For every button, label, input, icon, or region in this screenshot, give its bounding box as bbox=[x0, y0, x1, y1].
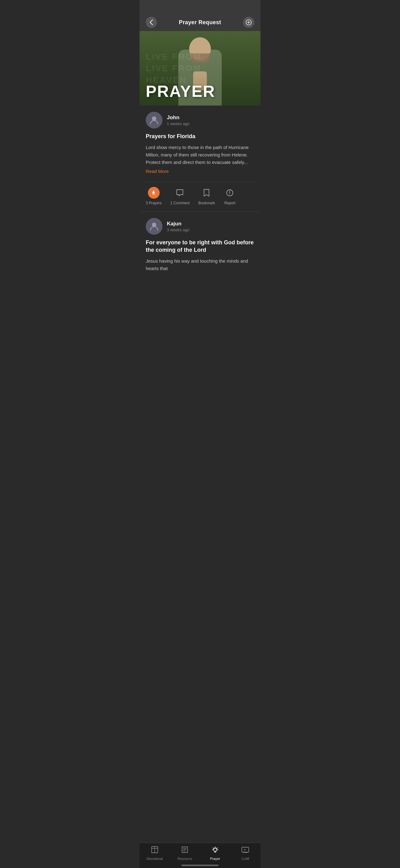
hero-label: PRAYER bbox=[146, 82, 215, 101]
svg-point-3 bbox=[229, 194, 230, 195]
add-prayer-button[interactable] bbox=[243, 17, 254, 28]
bottom-nav: Devotional Resource Prayer bbox=[139, 843, 261, 868]
post-title-2: For everyone to be right with God before… bbox=[146, 239, 254, 254]
bookmark-action[interactable]: Bookmark bbox=[198, 187, 215, 205]
nav-label-resource: Resource bbox=[178, 857, 192, 861]
nav-label-llim: LLIM bbox=[241, 857, 249, 861]
post-time-2: 3 weeks ago bbox=[167, 227, 190, 232]
bookmark-label: Bookmark bbox=[198, 201, 215, 205]
back-button[interactable] bbox=[146, 17, 157, 28]
prayer-nav-icon bbox=[211, 846, 219, 856]
comment-count: 1 Comment bbox=[170, 201, 190, 205]
report-action[interactable]: Report bbox=[224, 187, 236, 205]
home-indicator bbox=[181, 865, 219, 866]
author-name-1: John bbox=[167, 115, 190, 121]
nav-label-devotional: Devotional bbox=[147, 857, 163, 861]
devotional-icon bbox=[151, 846, 159, 856]
nav-item-prayer[interactable]: Prayer bbox=[204, 846, 226, 861]
post-card-2: Kajun 3 weeks ago For everyone to be rig… bbox=[139, 212, 261, 272]
nav-item-llim[interactable]: LLIM bbox=[234, 846, 256, 861]
comment-action[interactable]: 1 Comment bbox=[170, 187, 190, 205]
post-title-1: Prayers for Florida bbox=[146, 133, 254, 140]
header: Prayer Request bbox=[139, 14, 261, 31]
author-name-2: Kajun bbox=[167, 221, 190, 227]
status-bar bbox=[139, 0, 261, 14]
hero-image: LIVE FROM LIVE FROM HEAVEN PRAYER bbox=[139, 31, 261, 105]
prayer-count: 3 Prayers bbox=[146, 201, 162, 205]
nav-item-resource[interactable]: Resource bbox=[174, 846, 196, 861]
avatar-2 bbox=[146, 218, 163, 235]
prayer-action[interactable]: 3 Prayers bbox=[146, 187, 162, 205]
nav-item-devotional[interactable]: Devotional bbox=[144, 846, 166, 861]
post-card-1: John 1 weeks ago Prayers for Florida Lor… bbox=[139, 105, 261, 212]
report-label: Report bbox=[224, 201, 235, 205]
resource-icon bbox=[181, 846, 189, 856]
post-time-1: 1 weeks ago bbox=[167, 121, 190, 126]
post-body-2: Jesus having his way and touching the mi… bbox=[146, 257, 254, 272]
action-bar-1: 3 Prayers 1 Comment bbox=[146, 181, 254, 211]
avatar-1 bbox=[146, 112, 163, 128]
llim-icon bbox=[241, 846, 249, 856]
nav-label-prayer: Prayer bbox=[210, 857, 220, 861]
post-body-1: Lord show mercy to those in the path of … bbox=[146, 144, 254, 166]
page-title: Prayer Request bbox=[179, 19, 221, 26]
read-more-link-1[interactable]: Read More bbox=[146, 168, 169, 174]
